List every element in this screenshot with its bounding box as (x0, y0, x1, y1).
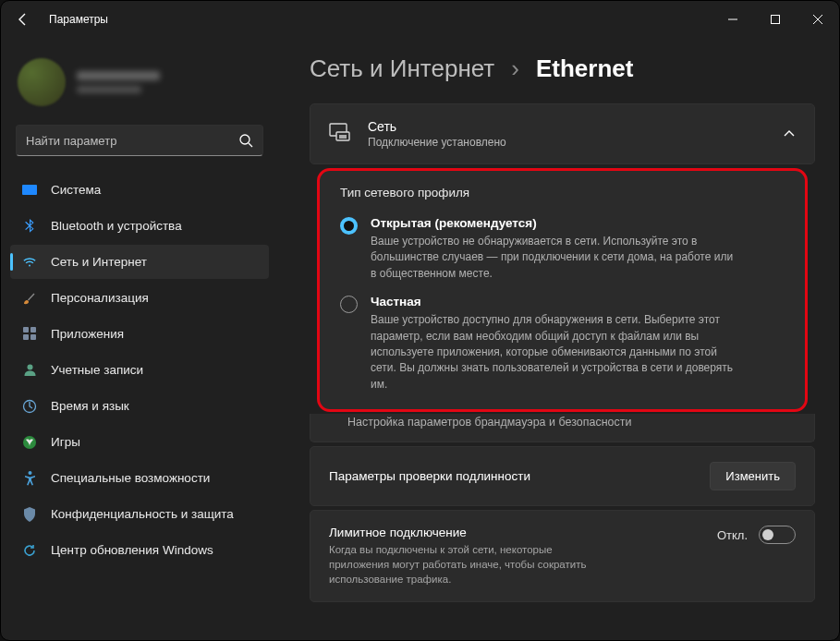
metered-toggle[interactable] (759, 526, 796, 544)
metered-label: Лимитное подключение (329, 526, 717, 539)
breadcrumb-parent[interactable]: Сеть и Интернет (310, 54, 494, 83)
sidebar-item-network[interactable]: Сеть и Интернет (10, 245, 269, 279)
accessibility-icon (21, 470, 38, 487)
network-profile-type-section: Тип сетевого профиля Открытая (рекоменду… (317, 168, 808, 412)
breadcrumb-current: Ethernet (536, 54, 633, 83)
svg-point-1 (240, 135, 250, 144)
back-button[interactable] (14, 10, 32, 29)
close-button[interactable] (797, 1, 839, 38)
shield-icon (21, 506, 38, 523)
maximize-button[interactable] (754, 1, 797, 38)
radio-public[interactable] (340, 217, 358, 235)
chevron-right-icon: › (511, 54, 519, 83)
radio-private[interactable] (340, 296, 358, 313)
metered-desc: Когда вы подключены к этой сети, некотор… (329, 542, 615, 587)
network-title: Сеть (368, 119, 766, 134)
profile-name-blurred (77, 71, 160, 93)
svg-rect-6 (30, 334, 36, 340)
radio-private-desc: Ваше устройство доступно для обнаружения… (371, 312, 740, 393)
avatar (18, 58, 66, 106)
sidebar-item-label: Специальные возможности (51, 471, 210, 485)
sidebar-item-accounts[interactable]: Учетные записи (10, 353, 269, 387)
brush-icon (21, 290, 38, 307)
svg-rect-5 (23, 334, 29, 340)
sidebar-item-label: Bluetooth и устройства (51, 219, 182, 233)
wifi-icon (21, 254, 38, 271)
sidebar-item-personalization[interactable]: Персонализация (10, 281, 269, 315)
svg-rect-0 (772, 16, 780, 24)
network-header-row[interactable]: Сеть Подключение установлено (310, 104, 814, 163)
sidebar-item-bluetooth[interactable]: Bluetooth и устройства (10, 209, 269, 243)
sidebar-item-gaming[interactable]: Игры (10, 425, 269, 459)
auth-label: Параметры проверки подлинности (329, 469, 710, 483)
svg-point-2 (29, 264, 30, 266)
svg-point-10 (28, 471, 31, 475)
search-box[interactable] (16, 125, 263, 156)
sidebar-item-label: Система (51, 183, 101, 197)
bluetooth-icon (21, 218, 38, 235)
xbox-icon (21, 434, 38, 451)
sidebar-item-accessibility[interactable]: Специальные возможности (10, 461, 269, 495)
sidebar-item-label: Конфиденциальность и защита (51, 507, 234, 521)
auth-params-row: Параметры проверки подлинности Изменить (310, 446, 815, 506)
sidebar-item-time-language[interactable]: Время и язык (10, 389, 269, 423)
svg-point-7 (27, 365, 32, 370)
sidebar-item-label: Сеть и Интернет (51, 255, 147, 269)
svg-rect-4 (30, 327, 36, 333)
chevron-up-icon (783, 127, 796, 140)
search-input[interactable] (26, 134, 238, 148)
search-icon (238, 133, 253, 148)
update-icon (21, 542, 38, 559)
network-status: Подключение установлено (368, 136, 766, 149)
person-icon (21, 362, 38, 379)
sidebar-item-system[interactable]: Система (10, 173, 269, 207)
metered-connection-row: Лимитное подключение Когда вы подключены… (310, 510, 815, 602)
apps-icon (21, 326, 38, 343)
ethernet-icon (329, 123, 351, 145)
section-title: Тип сетевого профиля (340, 186, 785, 200)
display-icon (21, 182, 38, 199)
sidebar-item-privacy[interactable]: Конфиденциальность и защита (10, 497, 269, 531)
sidebar-item-label: Центр обновления Windows (51, 543, 213, 557)
sidebar-item-label: Персонализация (51, 291, 149, 305)
user-profile[interactable] (10, 53, 269, 119)
radio-private-label: Частная (371, 295, 740, 308)
radio-public-desc: Ваше устройство не обнаруживается в сети… (371, 234, 740, 282)
change-button[interactable]: Изменить (710, 462, 796, 490)
toggle-state-label: Откл. (717, 528, 748, 542)
firewall-settings-link[interactable]: Настройка параметров брандмауэра и безоп… (310, 414, 815, 442)
sidebar-item-label: Учетные записи (51, 363, 143, 377)
svg-rect-3 (23, 327, 29, 333)
sidebar-item-label: Приложения (51, 327, 124, 341)
clock-globe-icon (21, 398, 38, 415)
radio-public-label: Открытая (рекомендуется) (371, 216, 740, 230)
sidebar-item-label: Время и язык (51, 399, 129, 413)
breadcrumb: Сеть и Интернет › Ethernet (310, 54, 815, 83)
window-title: Параметры (49, 13, 108, 26)
sidebar-item-windows-update[interactable]: Центр обновления Windows (10, 533, 269, 567)
sidebar-item-apps[interactable]: Приложения (10, 317, 269, 351)
minimize-button[interactable] (712, 1, 754, 38)
sidebar-item-label: Игры (51, 435, 80, 449)
